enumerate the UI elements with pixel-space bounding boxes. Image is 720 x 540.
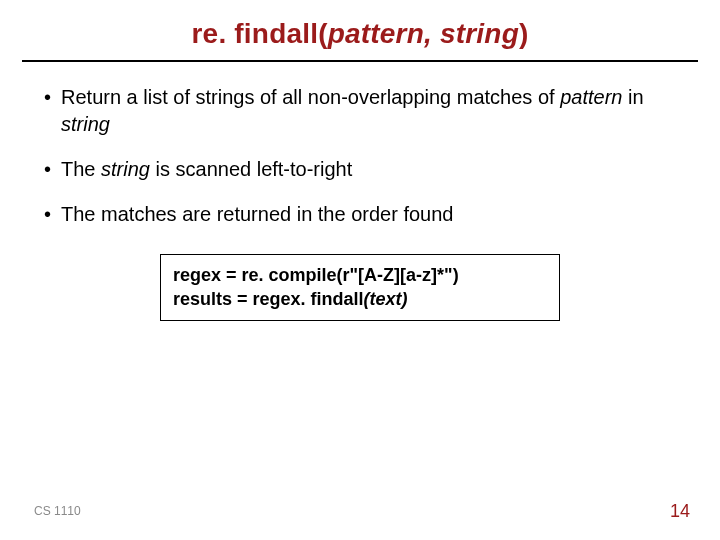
text-run: The matches are returned in the order fo… [61, 203, 453, 225]
bullet-icon: • [44, 156, 51, 183]
title-prefix: re. findall( [192, 18, 328, 49]
code-line: regex = re. compile(r"[A-Z][a-z]*") [173, 263, 547, 287]
text-run-string: string [61, 113, 110, 135]
code-run: results = regex. findall [173, 289, 364, 309]
bullet-text: Return a list of strings of all non-over… [61, 84, 676, 138]
code-run: r"[A-Z][a-z]*" [343, 265, 453, 285]
title-wrap: re. findall(pattern, string) [0, 0, 720, 50]
text-run: The [61, 158, 101, 180]
slide: re. findall(pattern, string) • Return a … [0, 0, 720, 540]
bullet-icon: • [44, 84, 51, 111]
slide-title: re. findall(pattern, string) [192, 18, 529, 49]
code-run: regex = re. compile( [173, 265, 343, 285]
title-args: pattern, string [328, 18, 519, 49]
page-number: 14 [670, 501, 690, 522]
code-run: (text) [364, 289, 408, 309]
bullet-item: • The string is scanned left-to-right [44, 156, 676, 183]
code-box: regex = re. compile(r"[A-Z][a-z]*") resu… [160, 254, 560, 321]
bullet-text: The matches are returned in the order fo… [61, 201, 676, 228]
bullet-item: • Return a list of strings of all non-ov… [44, 84, 676, 138]
code-run: ) [453, 265, 459, 285]
bullet-text: The string is scanned left-to-right [61, 156, 676, 183]
text-run: is scanned left-to-right [150, 158, 352, 180]
footer-course: CS 1110 [34, 504, 81, 518]
text-run: in [622, 86, 643, 108]
text-run-pattern: pattern [560, 86, 622, 108]
title-suffix: ) [519, 18, 529, 49]
text-run-string: string [101, 158, 150, 180]
code-line: results = regex. findall(text) [173, 287, 547, 311]
bullet-icon: • [44, 201, 51, 228]
slide-body: • Return a list of strings of all non-ov… [0, 62, 720, 321]
text-run: Return a list of strings of all non-over… [61, 86, 560, 108]
bullet-item: • The matches are returned in the order … [44, 201, 676, 228]
